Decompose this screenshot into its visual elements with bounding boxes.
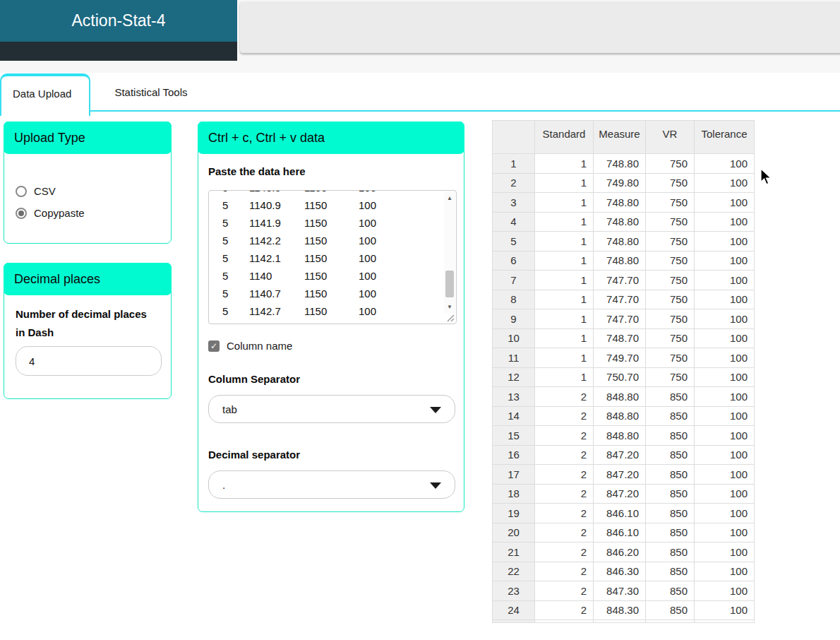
table-cell: 1 — [535, 367, 594, 387]
table-cell: 1 — [535, 328, 594, 348]
column-header — [493, 121, 535, 154]
row-number-cell: 14 — [493, 406, 535, 426]
row-number-cell: 10 — [493, 328, 535, 348]
table-cell: 100 — [695, 445, 755, 465]
scrollbar-thumb[interactable] — [445, 271, 454, 297]
scroll-up-icon[interactable]: ▲ — [444, 194, 455, 202]
table-cell: 100 — [695, 426, 755, 446]
column-name-checkbox-row[interactable]: ✓ Column name — [208, 340, 454, 352]
table-row: 11748.80750100 — [493, 154, 755, 174]
table-cell: 100 — [695, 271, 755, 290]
table-cell: 850 — [646, 581, 695, 601]
table-cell: 1 — [535, 212, 594, 232]
table-cell: 100 — [695, 251, 755, 271]
table-cell: 749.80 — [594, 173, 646, 193]
decimal-places-input[interactable] — [16, 346, 162, 376]
panel-title: Upload Type — [14, 131, 85, 146]
table-cell: 2 — [535, 562, 594, 581]
radio-option-csv[interactable]: CSV — [16, 185, 171, 197]
table-cell: 848.30 — [594, 600, 646, 620]
radio-checked-icon[interactable] — [16, 208, 27, 219]
table-cell: 100 — [695, 562, 755, 581]
table-row: 222846.30850100 — [493, 562, 755, 581]
selected-value: tab — [222, 403, 237, 415]
page-title: Action-Stat-4 — [72, 11, 166, 30]
table-cell: 100 — [695, 173, 755, 193]
table-cell: 748.80 — [594, 154, 646, 174]
table-body: 11748.8075010021749.8075010031748.807501… — [493, 154, 755, 623]
table-cell: 2 — [535, 387, 594, 407]
row-number-cell: 16 — [493, 445, 535, 465]
table-cell: 850 — [646, 426, 695, 446]
tab-label: Data Upload — [13, 88, 71, 100]
table-row: 242848.30850100 — [493, 600, 755, 620]
table-cell: 747.70 — [594, 309, 646, 329]
textarea-line: 51142.71150100 — [209, 302, 456, 320]
table-cell: 750 — [646, 309, 695, 329]
table-cell: 100 — [695, 232, 755, 251]
radio-label: Copypaste — [34, 207, 85, 219]
column-header: Measure — [594, 121, 646, 154]
paste-textarea[interactable]: 51143.5115010051140.9115010051141.911501… — [208, 190, 457, 324]
row-number-cell: 8 — [493, 290, 535, 309]
column-separator-select[interactable]: tab — [208, 395, 455, 423]
column-name-label: Column name — [227, 340, 292, 352]
table-row: 81747.70750100 — [493, 290, 755, 309]
radio-icon[interactable] — [16, 186, 27, 197]
tab-statistical-tools[interactable]: Statistical Tools — [90, 73, 212, 110]
table-cell: 1 — [535, 193, 594, 213]
table-row-partial — [493, 620, 755, 623]
table-cell: 100 — [695, 328, 755, 348]
table-cell: 850 — [646, 484, 695, 504]
row-number-cell: 6 — [493, 251, 535, 271]
table-row: 192846.10850100 — [493, 504, 755, 523]
table-cell: 2 — [535, 465, 594, 485]
table-cell: 1 — [535, 290, 594, 309]
scroll-down-icon[interactable]: ▼ — [444, 302, 455, 311]
textarea-line: 511401150100 — [209, 267, 456, 285]
navbar-collapse-area — [240, 1, 840, 53]
decimal-places-label: Number of decimal places in Dash — [16, 305, 150, 342]
row-number-cell: 4 — [493, 212, 535, 232]
decimal-places-panel: Decimal places Number of decimal places … — [4, 263, 172, 399]
column-name-checkbox[interactable]: ✓ — [208, 340, 220, 352]
radio-option-copypaste[interactable]: Copypaste — [16, 207, 171, 219]
table-cell: 2 — [535, 543, 594, 562]
table-cell: 2 — [535, 504, 594, 523]
table-cell: 1 — [535, 309, 594, 329]
resize-grip-icon[interactable] — [447, 314, 455, 322]
table-cell: 748.80 — [594, 212, 646, 232]
table-row: 121750.70750100 — [493, 367, 755, 387]
selected-value: . — [222, 479, 225, 491]
table-cell: 846.20 — [594, 543, 646, 562]
textarea-line: 51142.11150100 — [209, 249, 456, 267]
table-cell: 848.80 — [594, 426, 646, 446]
table-row: 152848.80850100 — [493, 426, 755, 446]
table-cell: 850 — [646, 387, 695, 407]
table-row: 61748.80750100 — [493, 251, 755, 271]
paste-textarea-label: Paste the data here — [208, 162, 454, 181]
textarea-line: 51140.91150100 — [209, 196, 456, 214]
table-cell: 850 — [646, 523, 695, 543]
table-cell: 750 — [646, 271, 695, 290]
row-number-cell: 5 — [493, 232, 535, 251]
row-number-cell: 20 — [493, 523, 535, 543]
tab-data-upload[interactable]: Data Upload — [0, 73, 90, 116]
table-row: 71747.70750100 — [493, 271, 755, 290]
table-cell: 2 — [535, 523, 594, 543]
table-cell: 2 — [535, 600, 594, 620]
panel-title: Decimal places — [14, 272, 100, 287]
table-cell: 847.20 — [594, 484, 646, 504]
navbar-dark-strip — [0, 42, 237, 61]
table-cell: 100 — [695, 543, 755, 562]
decimal-separator-select[interactable]: . — [208, 470, 455, 499]
table-cell: 850 — [646, 543, 695, 562]
textarea-scrollbar[interactable]: ▲ ▼ — [444, 191, 455, 313]
table-cell: 748.80 — [594, 232, 646, 251]
table-header-row: StandardMeasureVRTolerance — [493, 121, 755, 154]
table-cell: 1 — [535, 173, 594, 193]
textarea-line: 51142.21150100 — [209, 232, 456, 249]
decimal-separator-label: Decimal separator — [208, 446, 454, 464]
table-cell: 846.30 — [594, 562, 646, 581]
table-cell: 748.80 — [594, 251, 646, 271]
